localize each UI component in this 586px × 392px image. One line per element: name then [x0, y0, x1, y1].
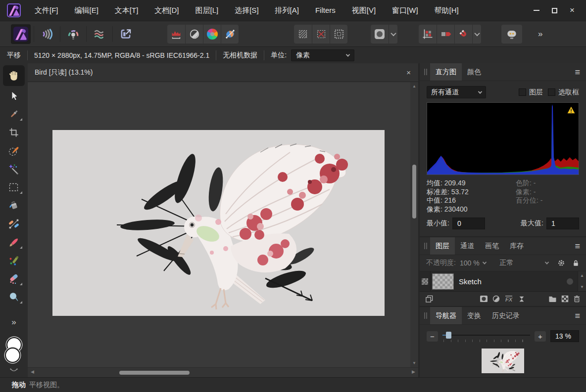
chevron-down-icon[interactable] — [545, 260, 549, 264]
zoom-out-button[interactable]: − — [427, 331, 438, 342]
auto-levels-button[interactable] — [167, 25, 185, 44]
paint-brush-tool[interactable] — [3, 233, 25, 251]
tab-channels[interactable]: 通道 — [455, 237, 480, 255]
horizontal-scrollbar[interactable]: ◀ ▶ — [28, 367, 418, 377]
panel-drag-grip[interactable] — [424, 69, 427, 75]
colour-swatches[interactable] — [3, 337, 25, 367]
develop-persona-button[interactable] — [63, 24, 83, 44]
canvas-viewport[interactable]: ▲ ▼ — [28, 82, 418, 367]
scroll-up-icon[interactable]: ▲ — [580, 273, 584, 278]
panel-drag-grip[interactable] — [424, 243, 427, 249]
tab-history[interactable]: 历史记录 — [487, 307, 525, 324]
panel-menu-icon[interactable]: ≡ — [575, 311, 580, 320]
blur-tool[interactable] — [3, 288, 25, 306]
menu-filters[interactable]: Filters — [315, 6, 336, 15]
horizontal-scroll-thumb[interactable] — [119, 371, 190, 375]
panel-menu-icon[interactable]: ≡ — [575, 242, 580, 251]
menu-view[interactable]: 视图[V] — [352, 6, 376, 15]
deselect-button[interactable] — [312, 25, 330, 44]
select-all-button[interactable] — [294, 25, 312, 44]
layer-thumbnail[interactable] — [432, 273, 454, 290]
menu-edit[interactable]: 编辑[E] — [75, 6, 98, 15]
menu-select[interactable]: 选择[S] — [235, 6, 258, 15]
flood-select-tool[interactable] — [3, 160, 25, 178]
menu-document[interactable]: 文档[D] — [154, 6, 179, 15]
marquee-select-tool[interactable] — [3, 178, 25, 196]
menu-arrange[interactable]: 排列[A] — [275, 6, 299, 15]
document-image[interactable] — [52, 130, 385, 316]
scroll-down-icon[interactable]: ▼ — [580, 285, 584, 289]
colour-picker-tool[interactable] — [3, 105, 25, 123]
invert-selection-button[interactable] — [330, 25, 347, 44]
layer-list-scrollbar[interactable]: ▲ ▼ — [578, 271, 586, 291]
snapping-dropdown[interactable] — [472, 25, 481, 44]
menu-help[interactable]: 帮助[H] — [435, 6, 459, 15]
maximize-button[interactable] — [545, 3, 563, 18]
export-persona-button[interactable] — [116, 24, 136, 44]
move-by-whole-pixels-button[interactable] — [437, 25, 454, 44]
close-button[interactable]: × — [563, 3, 581, 18]
vertical-scroll-thumb[interactable] — [412, 165, 416, 218]
layer-effects-button[interactable]: FX — [504, 295, 514, 303]
tab-transform[interactable]: 变换 — [462, 307, 487, 324]
delete-layer-button[interactable] — [573, 295, 581, 303]
layer-name[interactable]: Sketch — [459, 277, 482, 286]
document-tab[interactable]: Bird [只读] (13.1%) × — [28, 63, 418, 82]
more-tools-button[interactable]: » — [3, 313, 25, 331]
toolbar-overflow-button[interactable]: » — [538, 29, 542, 39]
menu-layer[interactable]: 图层[L] — [195, 6, 219, 15]
mask-layer-button[interactable] — [480, 295, 488, 303]
scroll-right-icon[interactable]: ▶ — [412, 369, 415, 374]
menu-file[interactable]: 文件[F] — [35, 6, 58, 15]
opacity-value[interactable]: 100 % — [460, 259, 480, 267]
tone-mapping-persona-button[interactable] — [90, 24, 109, 44]
tab-stock[interactable]: 库存 — [504, 237, 529, 255]
grid-snap-button[interactable] — [419, 25, 437, 44]
tab-brushes[interactable]: 画笔 — [480, 237, 504, 255]
zoom-in-button[interactable]: + — [535, 331, 546, 342]
panel-menu-icon[interactable]: ≡ — [575, 68, 580, 77]
menu-text[interactable]: 文本[T] — [115, 6, 139, 15]
layer-visibility-toggle[interactable] — [567, 278, 573, 285]
scroll-up-icon[interactable]: ▲ — [410, 84, 418, 88]
photo-persona-button[interactable] — [11, 24, 31, 44]
quick-mask-dropdown[interactable] — [389, 25, 397, 44]
view-pan-tool[interactable] — [3, 65, 25, 86]
navigator-thumbnail[interactable] — [482, 348, 524, 373]
flood-fill-tool[interactable] — [3, 196, 25, 215]
lock-icon[interactable] — [572, 260, 580, 267]
duplicate-layer-button[interactable] — [425, 295, 434, 303]
quick-mask-button[interactable] — [371, 25, 389, 44]
group-layers-button[interactable] — [548, 295, 557, 303]
swap-colours-icon[interactable] — [9, 368, 19, 373]
gear-icon[interactable] — [557, 259, 565, 267]
erase-brush-tool[interactable] — [3, 269, 25, 288]
auto-contrast-button[interactable] — [185, 25, 203, 44]
crop-tool[interactable] — [3, 123, 25, 141]
tab-colour[interactable]: 颜色 — [462, 63, 487, 81]
liquify-persona-button[interactable] — [37, 24, 57, 44]
adjustment-layer-button[interactable] — [492, 295, 500, 303]
tab-navigator[interactable]: 导航器 — [430, 307, 462, 324]
scroll-down-icon[interactable]: ▼ — [410, 361, 418, 365]
zoom-slider[interactable] — [442, 330, 530, 342]
blend-mode-value[interactable]: 正常 — [500, 259, 514, 267]
colour-replacement-brush-tool[interactable] — [3, 251, 25, 269]
vertical-scrollbar[interactable]: ▲ ▼ — [410, 82, 418, 367]
zoom-value-input[interactable]: 13 % — [550, 330, 579, 342]
live-filter-button[interactable] — [518, 296, 525, 303]
snapping-button[interactable] — [454, 25, 472, 44]
move-tool[interactable] — [3, 87, 25, 105]
unit-select[interactable]: 像素 — [291, 49, 354, 61]
minimize-button[interactable] — [528, 3, 545, 18]
scroll-left-icon[interactable]: ◀ — [31, 369, 34, 374]
zoom-slider-knob[interactable] — [446, 332, 451, 339]
panel-drag-grip[interactable] — [424, 312, 427, 319]
assistant-button[interactable] — [501, 25, 522, 44]
gradient-tool[interactable] — [3, 215, 25, 233]
selection-brush-tool[interactable] — [3, 141, 25, 160]
auto-white-balance-button[interactable] — [221, 25, 239, 44]
channel-select[interactable]: 所有通道 — [427, 86, 486, 98]
max-value-input[interactable]: 1 — [546, 218, 579, 229]
clipping-warning-icon[interactable] — [567, 106, 575, 114]
